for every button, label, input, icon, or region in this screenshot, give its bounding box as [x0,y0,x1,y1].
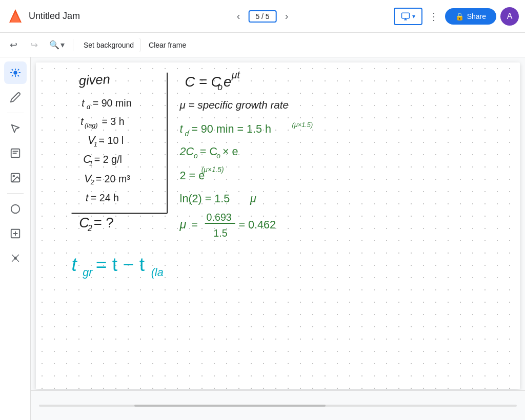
svg-text:2: 2 [87,224,92,233]
lock-icon: 🔒 [455,12,464,20]
svg-text:t: t [72,254,78,275]
svg-text:1: 1 [94,140,97,148]
zoom-button[interactable]: 🔍 ▾ [45,38,69,52]
svg-rect-2 [12,17,18,23]
toolbar-separator [73,39,73,51]
svg-text:d: d [87,103,91,111]
svg-text:t: t [82,97,85,109]
shape-tool-button[interactable] [4,198,27,220]
scrollbar-thumb [134,405,326,407]
svg-text:given: given [78,72,110,88]
more-options-button[interactable]: ⋮ [427,8,441,25]
svg-text:μ: μ [250,192,256,205]
svg-text:= 0.462: = 0.462 [238,218,276,231]
svg-text:= 20 m³: = 20 m³ [96,173,131,184]
svg-text:=: = [191,218,198,231]
scrollbar-track[interactable] [39,405,517,407]
chevron-down-icon: ▾ [412,13,415,20]
svg-text:(μ×1.5): (μ×1.5) [292,121,313,129]
share-button[interactable]: 🔒 Share [445,8,496,25]
svg-text:t: t [80,116,84,127]
left-sidebar [0,57,31,420]
handwriting-content: given t d = 90 min t (lag) = 3 h V 1 = 1… [36,62,520,389]
svg-text:2: 2 [90,179,94,186]
canvas-frame[interactable]: given t d = 90 min t (lag) = 3 h V 1 = 1… [36,62,520,389]
svg-text:μ: μ [179,218,187,231]
svg-point-7 [13,175,14,177]
main-content: given t d = 90 min t (lag) = 3 h V 1 = 1… [0,57,525,420]
svg-point-8 [11,205,19,214]
redo-button[interactable]: ↪ [25,36,43,54]
zoom-icon: 🔍 [49,40,59,50]
svg-text:ln(2) = 1.5: ln(2) = 1.5 [180,192,230,205]
chevron-down-icon: ▾ [60,40,65,50]
text-frame-tool-button[interactable] [4,222,27,245]
pencil-tool-button[interactable] [4,86,27,109]
svg-text:o: o [216,152,220,160]
header-right: ▾ ⋮ 🔒 Share A [394,7,519,26]
svg-text:= t − t: = t − t [96,254,145,275]
svg-text:= 90 min = 1.5 h: = 90 min = 1.5 h [191,122,271,135]
app-logo [6,7,25,26]
svg-text:1: 1 [89,159,93,167]
svg-text:= 24 h: = 24 h [91,192,119,203]
svg-text:(la: (la [151,266,164,279]
select-tool-button[interactable] [4,117,27,140]
canvas-area[interactable]: given t d = 90 min t (lag) = 3 h V 1 = 1… [31,57,525,420]
svg-text:t: t [86,192,89,203]
svg-text:= ?: = ? [94,215,114,230]
sidebar-separator-2 [7,193,24,194]
next-slide-button[interactable]: › [281,8,293,24]
secondary-toolbar: ↩ ↪ 🔍 ▾ Set background Clear frame [0,33,525,57]
prev-slide-button[interactable]: ‹ [233,8,245,24]
svg-text:t: t [180,122,184,135]
svg-text:o: o [217,82,223,92]
clear-frame-button[interactable]: Clear frame [143,38,192,52]
svg-text:2C: 2C [179,145,194,158]
pen-tool-button[interactable] [4,61,27,84]
app-title: Untitled Jam [29,11,80,22]
avatar[interactable]: A [500,7,519,26]
slide-navigation: ‹ 5 / 5 › [233,8,293,24]
svg-text:= 2 g/l: = 2 g/l [94,154,122,165]
svg-text:d: d [185,130,189,138]
svg-rect-3 [401,13,409,18]
svg-text:e: e [224,74,231,90]
image-tool-button[interactable] [4,166,27,189]
svg-text:(lag): (lag) [85,121,98,129]
svg-text:= 90 min: = 90 min [93,97,132,109]
svg-text:0.693: 0.693 [207,212,232,223]
sticky-note-tool-button[interactable] [4,142,27,164]
svg-text:= C: = C [200,145,217,158]
svg-text:μt: μt [231,69,241,80]
slide-indicator[interactable]: 5 / 5 [248,10,276,23]
svg-text:× e: × e [223,145,238,158]
laser-tool-button[interactable] [4,247,27,269]
header: Untitled Jam ‹ 5 / 5 › ▾ ⋮ 🔒 Share A [0,0,525,33]
svg-text:1.5: 1.5 [213,227,227,239]
svg-point-10 [14,257,16,259]
present-button[interactable]: ▾ [394,8,422,25]
bottom-bar [31,390,525,420]
svg-text:gr: gr [83,266,93,279]
svg-text:= 3 h: = 3 h [102,116,124,127]
sidebar-separator-1 [7,113,24,113]
svg-text:(μ×1.5): (μ×1.5) [201,166,224,174]
svg-text:o: o [194,152,198,160]
set-background-button[interactable]: Set background [77,38,140,52]
svg-point-4 [13,71,17,74]
svg-text:= 10 l: = 10 l [99,135,124,146]
undo-button[interactable]: ↩ [4,36,23,54]
svg-text:μ = specific growth rate: μ = specific growth rate [179,99,289,111]
svg-text:C = C: C = C [185,74,221,90]
canvas-background: given t d = 90 min t (lag) = 3 h V 1 = 1… [36,62,520,389]
